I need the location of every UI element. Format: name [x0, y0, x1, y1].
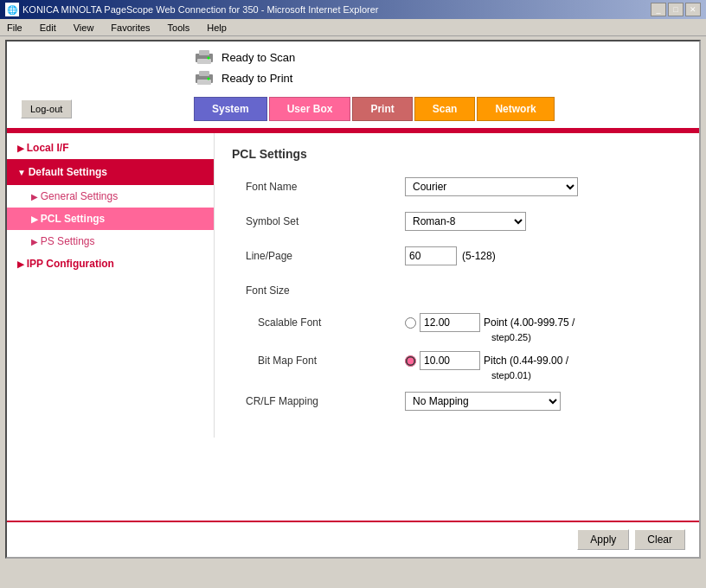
svg-rect-1: [199, 50, 209, 55]
scalable-font-input[interactable]: [420, 313, 480, 332]
tab-system[interactable]: System: [194, 97, 267, 121]
font-size-label: Font Size: [232, 284, 405, 297]
print-icon: [194, 69, 215, 86]
status-scan: Ready to Scan: [221, 51, 295, 64]
svg-point-7: [208, 78, 210, 80]
menu-edit[interactable]: Edit: [36, 22, 60, 34]
line-page-row: Line/Page 60 (5-128): [232, 244, 682, 268]
page-title: PCL Settings: [232, 147, 682, 161]
line-page-range: (5-128): [462, 250, 496, 262]
bitmap-font-desc2: step0.01): [405, 370, 568, 380]
font-size-row: Font Size: [232, 278, 682, 303]
tab-print[interactable]: Print: [352, 97, 412, 121]
bottom-bar: Apply Clear: [7, 521, 699, 557]
scalable-font-desc: Point (4.00-999.75 /: [484, 316, 574, 329]
svg-rect-2: [197, 59, 211, 64]
main-content: PCL Settings Font Name Courier Line Prin…: [215, 133, 699, 438]
logout-button[interactable]: Log-out: [21, 99, 72, 118]
menu-tools[interactable]: Tools: [164, 22, 194, 34]
crlf-mapping-select[interactable]: No Mapping CR=CR+LF LF=CR+LF CR+LF=CR+LF: [405, 392, 561, 411]
crlf-mapping-label: CR/LF Mapping: [232, 395, 405, 407]
title-bar: 🌐 KONICA MINOLTA PageScope Web Connectio…: [0, 0, 706, 19]
symbol-set-select[interactable]: Roman-8 PC-8 PC-850: [405, 212, 526, 231]
svg-rect-5: [199, 71, 209, 76]
font-name-label: Font Name: [232, 181, 405, 193]
sidebar-default-settings[interactable]: Default Settings: [7, 159, 214, 185]
close-button[interactable]: ✕: [685, 3, 701, 16]
scalable-font-radio[interactable]: [405, 317, 416, 329]
tab-network[interactable]: Network: [477, 97, 554, 121]
bitmap-font-desc: Pitch (0.44-99.00 /: [484, 355, 568, 367]
browser-window: Ready to Scan Ready to Print Log-out: [5, 40, 701, 559]
sidebar-ps-settings[interactable]: PS Settings: [7, 230, 214, 252]
nav-tabs: System User Box Print Scan Network: [194, 97, 555, 121]
menu-bar: File Edit View Favorites Tools Help: [0, 19, 706, 36]
menu-file[interactable]: File: [3, 22, 26, 34]
menu-favorites[interactable]: Favorites: [107, 22, 153, 34]
symbol-set-row: Symbol Set Roman-8 PC-8 PC-850: [232, 209, 682, 233]
window-title: KONICA MINOLTA PageScope Web Connection …: [22, 4, 378, 15]
scalable-font-label: Scalable Font: [232, 313, 405, 329]
sidebar-ipp-config[interactable]: IPP Configuration: [7, 252, 214, 275]
svg-point-3: [208, 57, 210, 60]
line-page-label: Line/Page: [232, 250, 405, 262]
content-wrapper: Local I/F Default Settings General Setti…: [7, 133, 699, 438]
scalable-font-desc2: step0.25): [405, 332, 574, 342]
bitmap-font-row: Bit Map Font Pitch (0.44-99.00 / step0.0…: [232, 351, 682, 380]
sidebar-general-settings[interactable]: General Settings: [7, 185, 214, 208]
maximize-button[interactable]: □: [668, 3, 684, 16]
font-name-select[interactable]: Courier Line Printer Times New Roman Ari…: [405, 177, 578, 196]
bitmap-font-input[interactable]: [420, 351, 480, 370]
symbol-set-label: Symbol Set: [232, 215, 405, 227]
scan-icon: [194, 48, 215, 66]
scalable-font-row: Scalable Font Point (4.00-999.75 / step0…: [232, 313, 682, 342]
tab-userbox[interactable]: User Box: [269, 97, 351, 121]
font-name-row: Font Name Courier Line Printer Times New…: [232, 175, 682, 199]
sidebar-pcl-settings[interactable]: PCL Settings: [7, 208, 214, 230]
app-icon: 🌐: [5, 3, 19, 16]
sidebar-local-if[interactable]: Local I/F: [7, 137, 214, 159]
status-print: Ready to Print: [221, 72, 292, 85]
bitmap-font-radio[interactable]: [405, 355, 416, 367]
status-area: Ready to Scan Ready to Print: [194, 48, 295, 86]
svg-rect-6: [197, 80, 211, 85]
minimize-button[interactable]: _: [651, 3, 666, 16]
sidebar: Local I/F Default Settings General Setti…: [7, 133, 215, 438]
clear-button[interactable]: Clear: [634, 529, 685, 550]
menu-help[interactable]: Help: [203, 22, 230, 34]
tab-scan[interactable]: Scan: [414, 97, 476, 121]
bitmap-font-label: Bit Map Font: [232, 351, 405, 367]
apply-button[interactable]: Apply: [577, 529, 629, 550]
line-page-input[interactable]: 60: [405, 246, 457, 265]
crlf-mapping-row: CR/LF Mapping No Mapping CR=CR+LF LF=CR+…: [232, 389, 682, 413]
menu-view[interactable]: View: [70, 22, 98, 34]
